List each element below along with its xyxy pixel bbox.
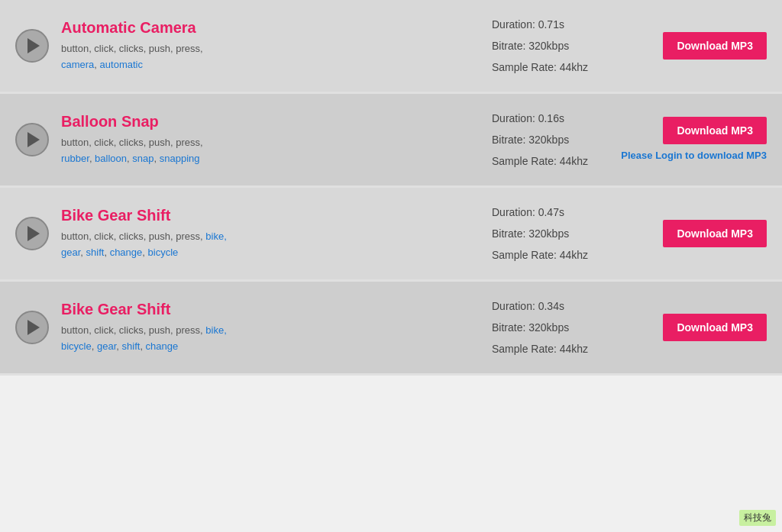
tag-sep-4a: , (92, 340, 97, 352)
tag-gray-4a: button, click, clicks, push, press, (61, 324, 205, 336)
sound-item-4: Bike Gear Shift button, click, clicks, p… (0, 282, 782, 376)
tag-blue-2d[interactable]: snapping (160, 153, 200, 164)
sound-title-4: Bike Gear Shift (61, 301, 477, 318)
duration-1: Duration: 0.71s (492, 14, 614, 35)
tag-sep-4c: , (140, 340, 145, 352)
tag-blue-4d[interactable]: shift (122, 340, 141, 352)
sound-meta-2: Duration: 0.16s Bitrate: 320kbps Sample … (477, 108, 614, 172)
sound-title-2: Balloon Snap (61, 113, 477, 131)
duration-4: Duration: 0.34s (492, 295, 614, 317)
play-button-4[interactable] (15, 311, 49, 344)
sound-info-2: Balloon Snap button, click, clicks, push… (61, 113, 477, 167)
tag-sep-3a: , (80, 247, 86, 258)
sound-info-4: Bike Gear Shift button, click, clicks, p… (61, 301, 477, 355)
tag-gray-1a: button, click, clicks, push, press, (61, 43, 203, 54)
tag-sep-2c: , (153, 153, 159, 164)
bitrate-1: Bitrate: 320kbps (492, 35, 614, 56)
download-button-1[interactable]: Download MP3 (663, 32, 767, 60)
play-button-2[interactable] (15, 123, 49, 156)
tag-blue-3b[interactable]: gear (61, 247, 80, 258)
tag-sep-3c: , (142, 247, 147, 258)
sound-actions-1: Download MP3 (614, 32, 767, 60)
tag-blue-4a[interactable]: bike, (205, 324, 226, 336)
tag-blue-4b[interactable]: bicycle (61, 340, 92, 352)
sound-info-3: Bike Gear Shift button, click, clicks, p… (61, 207, 477, 261)
tag-blue-2c[interactable]: snap (132, 153, 153, 164)
sound-meta-4: Duration: 0.34s Bitrate: 320kbps Sample … (477, 295, 614, 360)
download-button-2[interactable]: Download MP3 (663, 117, 767, 144)
play-button-3[interactable] (15, 217, 49, 250)
sound-item-3: Bike Gear Shift button, click, clicks, p… (0, 188, 782, 282)
sound-info-1: Automatic Camera button, click, clicks, … (61, 19, 477, 73)
sample-rate-3: Sample Rate: 44khz (492, 244, 614, 266)
sound-title-1: Automatic Camera (61, 19, 477, 37)
play-icon-2 (27, 132, 40, 147)
tag-sep-4b: , (116, 340, 121, 352)
sound-title-3: Bike Gear Shift (61, 207, 477, 224)
duration-2: Duration: 0.16s (492, 108, 614, 129)
sound-tags-2: button, click, clicks, push, press, rubb… (61, 135, 305, 167)
sound-item-1: Automatic Camera button, click, clicks, … (0, 0, 782, 94)
tag-blue-1b[interactable]: automatic (100, 59, 143, 70)
sound-actions-3: Download MP3 (614, 220, 767, 247)
tag-blue-4e[interactable]: change (146, 340, 179, 352)
sample-rate-4: Sample Rate: 44khz (492, 338, 614, 360)
sample-rate-2: Sample Rate: 44khz (492, 150, 614, 172)
login-notice-2: Please Login to download MP3 (621, 149, 767, 163)
tag-blue-3d[interactable]: change (110, 247, 143, 258)
bitrate-2: Bitrate: 320kbps (492, 129, 614, 150)
tag-blue-3a[interactable]: bike, (205, 231, 226, 242)
tag-blue-2b[interactable]: balloon (95, 153, 127, 164)
tag-blue-2a[interactable]: rubber (61, 153, 89, 164)
sample-rate-1: Sample Rate: 44khz (492, 56, 614, 78)
sound-actions-2: Download MP3 Please Login to download MP… (614, 117, 767, 163)
sound-tags-4: button, click, clicks, push, press, bike… (61, 323, 305, 355)
tag-sep-1: , (94, 59, 99, 70)
sound-list: Automatic Camera button, click, clicks, … (0, 0, 782, 376)
tag-gray-3a: button, click, clicks, push, press, (61, 231, 205, 242)
tag-blue-1[interactable]: camera (61, 59, 94, 70)
tag-gray-2a: button, click, clicks, push, press, (61, 137, 203, 148)
sound-actions-4: Download MP3 (614, 314, 767, 341)
bitrate-4: Bitrate: 320kbps (492, 317, 614, 338)
download-button-4[interactable]: Download MP3 (663, 314, 767, 341)
sound-meta-3: Duration: 0.47s Bitrate: 320kbps Sample … (477, 202, 614, 266)
tag-blue-3e[interactable]: bicycle (148, 247, 179, 258)
tag-blue-4c[interactable]: gear (97, 340, 116, 352)
play-button-1[interactable] (15, 29, 49, 63)
play-icon-1 (27, 38, 40, 53)
download-button-3[interactable]: Download MP3 (663, 220, 767, 247)
sound-item-2: Balloon Snap button, click, clicks, push… (0, 94, 782, 188)
sound-tags-1: button, click, clicks, push, press, came… (61, 41, 305, 73)
play-icon-3 (27, 226, 40, 241)
tag-sep-3b: , (104, 247, 109, 258)
sound-tags-3: button, click, clicks, push, press, bike… (61, 229, 305, 261)
tag-blue-3c[interactable]: shift (86, 247, 105, 258)
duration-3: Duration: 0.47s (492, 202, 614, 223)
bitrate-3: Bitrate: 320kbps (492, 223, 614, 244)
sound-meta-1: Duration: 0.71s Bitrate: 320kbps Sample … (477, 14, 614, 78)
play-icon-4 (27, 320, 40, 335)
